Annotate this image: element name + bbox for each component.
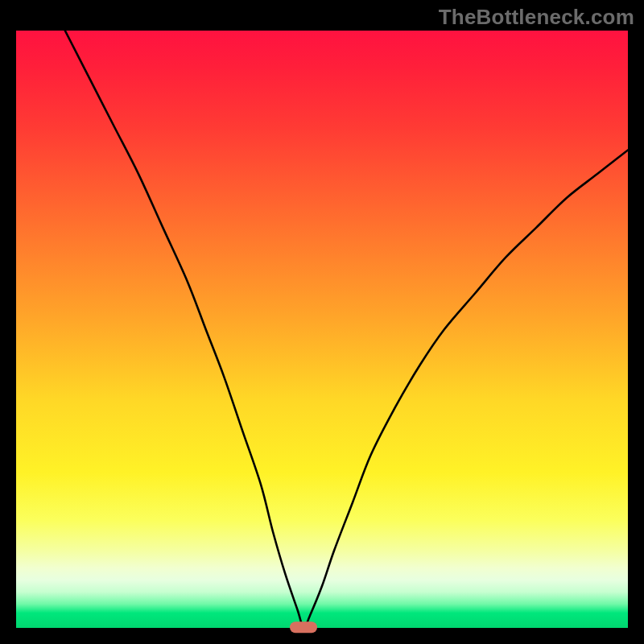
bottleneck-curve xyxy=(16,31,628,628)
minimum-marker xyxy=(290,621,317,633)
watermark-text: TheBottleneck.com xyxy=(439,5,634,30)
curve-path xyxy=(65,31,628,628)
